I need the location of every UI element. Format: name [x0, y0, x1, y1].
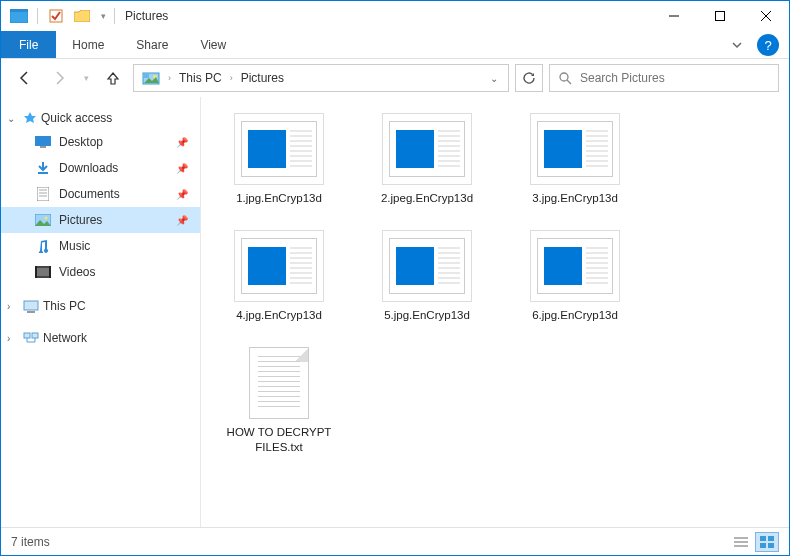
- file-name: HOW TO DECRYPT FILES.txt: [221, 425, 337, 455]
- this-pc-icon: [23, 300, 39, 313]
- address-dropdown-icon[interactable]: ⌄: [484, 73, 504, 84]
- home-tab[interactable]: Home: [56, 31, 120, 58]
- app-icon: [7, 5, 31, 27]
- file-item[interactable]: 6.jpg.EnCryp13d: [517, 230, 633, 323]
- help-button[interactable]: ?: [757, 34, 779, 56]
- sidebar-item-videos[interactable]: Videos: [1, 259, 200, 285]
- window-title: Pictures: [125, 9, 168, 23]
- breadcrumb-root[interactable]: This PC: [175, 71, 226, 85]
- downloads-icon: [35, 160, 51, 176]
- svg-rect-23: [35, 266, 37, 278]
- sidebar-item-music[interactable]: Music: [1, 233, 200, 259]
- chevron-right-icon[interactable]: ›: [230, 73, 233, 83]
- sidebar-item-desktop[interactable]: Desktop 📌: [1, 129, 200, 155]
- sidebar-network-label: Network: [43, 331, 87, 345]
- details-view-button[interactable]: [729, 532, 753, 552]
- file-item[interactable]: 2.jpeg.EnCryp13d: [369, 113, 485, 206]
- window-controls: [651, 1, 789, 31]
- svg-point-20: [45, 217, 48, 220]
- chevron-down-icon[interactable]: ⌄: [7, 113, 19, 124]
- file-name: 1.jpg.EnCryp13d: [236, 191, 322, 206]
- svg-rect-8: [144, 74, 149, 78]
- file-thumbnail: [382, 113, 472, 185]
- file-item[interactable]: 1.jpg.EnCryp13d: [221, 113, 337, 206]
- pin-icon: 📌: [176, 215, 188, 226]
- view-tab[interactable]: View: [184, 31, 242, 58]
- file-name: 2.jpeg.EnCryp13d: [381, 191, 473, 206]
- file-thumbnail: [530, 113, 620, 185]
- svg-rect-4: [716, 12, 725, 21]
- music-icon: [35, 238, 51, 254]
- svg-rect-24: [49, 266, 51, 278]
- close-button[interactable]: [743, 1, 789, 31]
- svg-line-11: [567, 80, 571, 84]
- sidebar-item-label: Music: [59, 239, 90, 253]
- share-tab[interactable]: Share: [120, 31, 184, 58]
- minimize-button[interactable]: [651, 1, 697, 31]
- desktop-icon: [35, 134, 51, 150]
- file-name: 6.jpg.EnCryp13d: [532, 308, 618, 323]
- title-bar: ▾ Pictures: [1, 1, 789, 31]
- sidebar-item-pictures[interactable]: Pictures 📌: [1, 207, 200, 233]
- sidebar-quick-access[interactable]: ⌄ Quick access: [1, 107, 200, 129]
- svg-rect-13: [40, 146, 46, 148]
- svg-rect-37: [760, 543, 766, 548]
- quick-access-toolbar: ▾: [7, 5, 110, 27]
- thumbnails-view-button[interactable]: [755, 532, 779, 552]
- svg-rect-22: [37, 268, 49, 276]
- file-item[interactable]: 4.jpg.EnCryp13d: [221, 230, 337, 323]
- svg-rect-38: [768, 543, 774, 548]
- svg-point-10: [560, 73, 568, 81]
- svg-rect-35: [760, 536, 766, 541]
- up-button[interactable]: [99, 64, 127, 92]
- breadcrumb-icon: [138, 71, 164, 85]
- search-box[interactable]: [549, 64, 779, 92]
- svg-rect-26: [27, 311, 35, 313]
- file-item[interactable]: HOW TO DECRYPT FILES.txt: [221, 347, 337, 455]
- maximize-button[interactable]: [697, 1, 743, 31]
- forward-button[interactable]: [45, 64, 73, 92]
- svg-rect-0: [10, 11, 28, 23]
- documents-icon: [35, 186, 51, 202]
- item-count: 7 items: [11, 535, 50, 549]
- svg-rect-28: [32, 333, 38, 338]
- file-name: 5.jpg.EnCryp13d: [384, 308, 470, 323]
- new-folder-icon[interactable]: [70, 5, 94, 27]
- star-icon: [23, 111, 37, 125]
- divider: [114, 8, 115, 24]
- search-input[interactable]: [580, 71, 770, 85]
- properties-icon[interactable]: [44, 5, 68, 27]
- divider: [37, 8, 38, 24]
- refresh-button[interactable]: [515, 64, 543, 92]
- file-thumbnail: [234, 113, 324, 185]
- sidebar-this-pc[interactable]: › This PC: [1, 295, 200, 317]
- file-thumbnail: [234, 347, 324, 419]
- status-bar: 7 items: [1, 527, 789, 555]
- chevron-right-icon[interactable]: ›: [168, 73, 171, 83]
- pin-icon: 📌: [176, 163, 188, 174]
- sidebar-quick-access-label: Quick access: [41, 111, 112, 125]
- breadcrumb-folder[interactable]: Pictures: [237, 71, 288, 85]
- videos-icon: [35, 264, 51, 280]
- file-item[interactable]: 5.jpg.EnCryp13d: [369, 230, 485, 323]
- svg-rect-12: [35, 136, 51, 146]
- expand-ribbon-icon[interactable]: [721, 31, 753, 58]
- chevron-right-icon[interactable]: ›: [7, 333, 19, 344]
- file-tab[interactable]: File: [1, 31, 56, 58]
- qat-dropdown-icon[interactable]: ▾: [96, 5, 110, 27]
- back-button[interactable]: [11, 64, 39, 92]
- sidebar-network[interactable]: › Network: [1, 327, 200, 349]
- sidebar-item-label: Downloads: [59, 161, 118, 175]
- file-item[interactable]: 3.jpg.EnCryp13d: [517, 113, 633, 206]
- file-name: 3.jpg.EnCryp13d: [532, 191, 618, 206]
- sidebar-this-pc-label: This PC: [43, 299, 86, 313]
- sidebar-item-documents[interactable]: Documents 📌: [1, 181, 200, 207]
- sidebar-item-downloads[interactable]: Downloads 📌: [1, 155, 200, 181]
- svg-rect-15: [37, 187, 49, 201]
- file-thumbnail: [382, 230, 472, 302]
- address-bar[interactable]: › This PC › Pictures ⌄: [133, 64, 509, 92]
- chevron-right-icon[interactable]: ›: [7, 301, 19, 312]
- navigation-pane: ⌄ Quick access Desktop 📌 Downloads 📌 Doc…: [1, 97, 201, 527]
- file-list[interactable]: 1.jpg.EnCryp13d2.jpeg.EnCryp13d3.jpg.EnC…: [201, 97, 789, 527]
- recent-locations-icon[interactable]: ▾: [79, 64, 93, 92]
